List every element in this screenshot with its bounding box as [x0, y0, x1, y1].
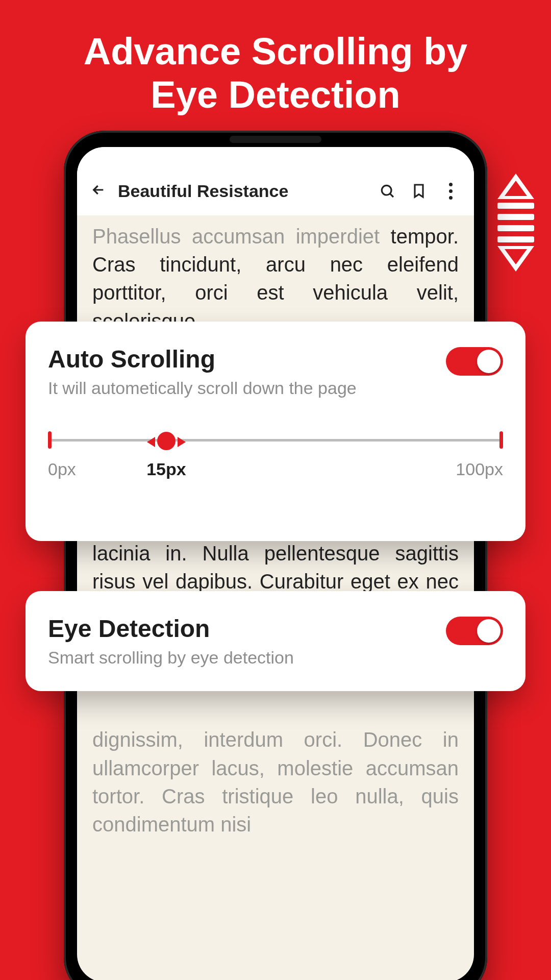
- auto-scrolling-speed-slider[interactable]: 0px 15px 100px: [48, 427, 503, 483]
- bookmark-button[interactable]: [409, 181, 429, 201]
- slider-value-label: 15px: [146, 459, 186, 479]
- auto-scrolling-toggle[interactable]: [446, 347, 503, 376]
- auto-scrolling-card: Auto Scrolling It will autometically scr…: [26, 322, 525, 541]
- slider-min-label: 0px: [48, 459, 76, 479]
- auto-scrolling-title: Auto Scrolling: [48, 345, 357, 373]
- search-button[interactable]: [377, 181, 397, 201]
- eye-detection-desc: Smart scrolling by eye detection: [48, 648, 294, 668]
- auto-scrolling-desc: It will autometically scroll down the pa…: [48, 378, 357, 398]
- hero-title: Advance Scrolling by Eye Detection: [0, 0, 551, 116]
- eye-detection-card: Eye Detection Smart scrolling by eye det…: [26, 591, 525, 691]
- app-bar: Beautiful Resistance: [77, 147, 474, 215]
- back-button[interactable]: [90, 181, 107, 201]
- phone-screen: Beautiful Resistance Phasellus accumsan …: [77, 147, 474, 980]
- phone-frame: Beautiful Resistance Phasellus accumsan …: [64, 131, 487, 980]
- scroll-indicator-icon: [493, 174, 539, 272]
- slider-max-label: 100px: [456, 459, 503, 479]
- hero-line1: Advance Scrolling by: [0, 30, 551, 73]
- reader-text-faded-top: Phasellus accumsan imperdiet: [92, 225, 380, 248]
- hero-line2: Eye Detection: [0, 73, 551, 116]
- eye-detection-title: Eye Detection: [48, 615, 294, 643]
- app-bar-title: Beautiful Resistance: [118, 181, 288, 201]
- eye-detection-toggle[interactable]: [446, 617, 503, 645]
- reader-text-faded-bottom: dignissim, interdum orci. Donec in ullam…: [92, 728, 459, 836]
- svg-point-0: [382, 185, 391, 195]
- slider-handle[interactable]: [155, 432, 178, 454]
- more-menu-button[interactable]: [440, 181, 461, 201]
